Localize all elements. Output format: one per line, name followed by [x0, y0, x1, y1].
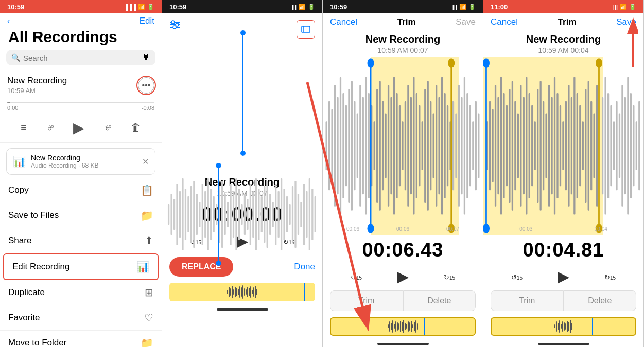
skip-back-15-button[interactable]: ↺15 — [47, 122, 52, 133]
tb — [571, 323, 572, 330]
svg-rect-22 — [207, 178, 209, 250]
tb — [414, 322, 415, 331]
save-to-files-icon: 📁 — [141, 209, 153, 222]
search-bar[interactable]: 🔍 🎙 — [6, 50, 155, 65]
progress-track[interactable] — [7, 102, 154, 103]
cancel-button-3[interactable]: Cancel — [330, 17, 357, 27]
playhead-handle[interactable] — [242, 31, 243, 155]
time-labels-3: 00:06 00:06 00:07 — [323, 225, 483, 233]
attachment-name: New Recording — [31, 154, 137, 162]
svg-rect-44 — [269, 194, 271, 235]
favorite-label: Favorite — [8, 313, 40, 323]
time-start: 0:00 — [7, 105, 18, 111]
svg-rect-126 — [489, 101, 491, 191]
delete-btn-3[interactable]: Delete — [403, 290, 476, 311]
svg-rect-23 — [210, 189, 212, 240]
skip-fwd-4[interactable]: ↻15 — [604, 270, 616, 282]
waveform-area-4[interactable]: 00:03 00:04 — [483, 57, 643, 235]
svg-rect-32 — [235, 178, 237, 250]
action-copy[interactable]: Copy 📋 — [0, 178, 162, 203]
svg-rect-100 — [427, 81, 429, 210]
battery-icon-4: 🔋 — [629, 4, 636, 10]
svg-rect-29 — [227, 202, 229, 227]
svg-rect-70 — [342, 93, 344, 198]
tb — [392, 320, 393, 333]
svg-rect-65 — [328, 101, 330, 191]
recording-item[interactable]: New Recording 10:59 AM ••• — [0, 70, 162, 100]
svg-rect-146 — [545, 113, 547, 178]
skip-fwd-15-button[interactable]: ↻15 — [105, 122, 110, 133]
skip-fwd-3[interactable]: ↻15 — [444, 270, 455, 282]
svg-rect-157 — [577, 93, 578, 198]
svg-rect-114 — [466, 93, 468, 198]
tb — [232, 286, 233, 298]
svg-rect-107 — [447, 105, 448, 187]
svg-rect-118 — [478, 113, 479, 178]
save-button-4[interactable]: Save — [616, 17, 636, 27]
svg-rect-11 — [176, 184, 178, 245]
tb — [389, 321, 390, 332]
svg-rect-158 — [579, 105, 581, 187]
bottom-thumbnail-3 — [330, 317, 476, 336]
svg-rect-90 — [399, 105, 401, 187]
action-favorite[interactable]: Favorite ♡ — [0, 305, 162, 331]
skip-back-4[interactable]: ↺15 — [511, 270, 523, 282]
svg-rect-10 — [173, 199, 175, 230]
svg-rect-39 — [255, 178, 257, 250]
player-controls: ≡ ↺15 ▶ ↻15 🗑 — [0, 115, 162, 143]
svg-rect-12 — [179, 191, 181, 238]
menu-lines-icon[interactable]: ≡ — [21, 122, 27, 134]
svg-rect-54 — [298, 194, 299, 235]
svg-rect-76 — [359, 85, 361, 207]
nav-title-3: Trim — [397, 17, 416, 27]
trim-btn-3[interactable]: Trim — [330, 290, 403, 311]
trim-btn-4[interactable]: Trim — [491, 290, 564, 311]
svg-rect-105 — [441, 77, 443, 214]
search-input[interactable] — [23, 53, 139, 62]
play-btn-3[interactable]: ▶ — [397, 267, 409, 285]
play-btn-4[interactable]: ▶ — [558, 267, 569, 285]
tb — [388, 324, 389, 328]
tb — [233, 289, 234, 295]
action-duplicate[interactable]: Duplicate ⊞ — [0, 280, 162, 305]
tb — [236, 288, 237, 296]
more-button[interactable]: ••• — [138, 77, 154, 94]
svg-rect-14 — [185, 189, 186, 240]
duplicate-icon: ⊞ — [145, 286, 153, 299]
status-time-4: 11:00 — [491, 3, 508, 11]
handle-dot-top — [240, 30, 246, 35]
filter-icon[interactable] — [169, 20, 181, 31]
svg-rect-83 — [379, 81, 381, 210]
svg-rect-150 — [556, 93, 558, 198]
tb — [561, 324, 562, 329]
svg-rect-99 — [424, 89, 426, 203]
delete-btn-4[interactable]: Delete — [564, 290, 637, 311]
save-button-3[interactable]: Save — [456, 17, 476, 27]
tb — [252, 290, 253, 294]
play-button[interactable]: ▶ — [73, 119, 84, 136]
action-share[interactable]: Share ⬆ — [0, 228, 162, 253]
tb — [239, 286, 240, 298]
share-label: Share — [8, 235, 31, 246]
waveform-area-2[interactable]: // Generated inline — [162, 16, 322, 160]
waveform-area-3[interactable]: 00:06 00:06 00:07 — [323, 57, 483, 235]
close-attachment-button[interactable]: ✕ — [142, 157, 149, 167]
action-move-to-folder[interactable]: Move to Folder 📁 — [0, 331, 162, 347]
svg-rect-59 — [311, 189, 313, 240]
time-label-03: 00:03 — [519, 226, 532, 232]
action-edit-recording[interactable]: Edit Recording 📊 — [3, 253, 159, 280]
time-label-04: 00:04 — [595, 226, 607, 232]
back-button[interactable]: ‹ — [7, 16, 10, 26]
tb — [250, 286, 251, 298]
svg-rect-24 — [213, 196, 215, 232]
cancel-button-4[interactable]: Cancel — [491, 17, 518, 27]
action-save-to-files[interactable]: Save to Files 📁 — [0, 203, 162, 228]
svg-rect-165 — [602, 97, 603, 194]
trim-icon-button[interactable] — [297, 20, 315, 39]
edit-button[interactable]: Edit — [140, 16, 154, 26]
tb — [235, 287, 236, 297]
tb — [256, 289, 257, 295]
tb — [570, 320, 571, 333]
skip-back-3[interactable]: ↺15 — [351, 270, 362, 282]
delete-button[interactable]: 🗑 — [131, 122, 141, 134]
